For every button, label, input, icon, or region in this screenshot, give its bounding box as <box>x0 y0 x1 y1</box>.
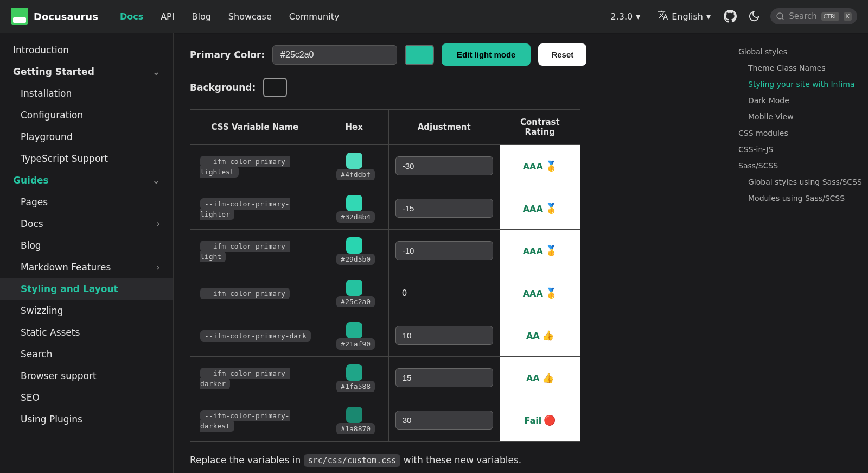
version-label: 2.3.0 <box>610 11 633 22</box>
table-row: --ifm-color-primary-darkest#1a8870Fail🔴 <box>190 399 580 442</box>
hex-value: #29d5b0 <box>336 254 375 265</box>
nav-link-community[interactable]: Community <box>280 7 348 26</box>
css-var-name: --ifm-color-primary-light <box>200 241 290 262</box>
table-row: --ifm-color-primary-lightest#4fddbfAAA🥇 <box>190 145 580 187</box>
github-link[interactable] <box>720 7 740 26</box>
color-swatch <box>346 364 362 381</box>
edit-light-mode-button[interactable]: Edit light mode <box>442 43 531 66</box>
sidebar-item-styling-and-layout[interactable]: Styling and Layout <box>0 278 173 300</box>
contrast-rating: AA <box>526 373 540 383</box>
sidebar-item-configuration[interactable]: Configuration <box>0 104 173 126</box>
toc-item[interactable]: Mobile View <box>738 109 868 125</box>
toc-item[interactable]: Dark Mode <box>738 92 868 109</box>
rating-emoji: 🥇 <box>545 287 557 299</box>
rating-emoji: 👍 <box>542 372 554 383</box>
sidebar-item-browser-support[interactable]: Browser support <box>0 365 173 387</box>
contrast-rating: AAA <box>523 246 543 256</box>
contrast-rating: AAA <box>523 204 543 214</box>
table-row: --ifm-color-primary-lighter#32d8b4AAA🥇 <box>190 187 580 230</box>
contrast-rating: AAA <box>523 288 543 299</box>
color-swatch <box>346 322 362 338</box>
table-row: --ifm-color-primary#25c2a00AAA🥇 <box>190 272 580 314</box>
toc-item[interactable]: CSS-in-JS <box>738 141 868 157</box>
sidebar-item-markdown-features[interactable]: Markdown Features› <box>0 256 173 278</box>
chevron-right-icon: › <box>156 218 160 229</box>
svg-point-0 <box>777 13 783 19</box>
contrast-rating: Fail <box>524 415 541 426</box>
toc-item[interactable]: Global styles using Sass/SCSS <box>738 174 868 190</box>
nav-link-docs[interactable]: Docs <box>111 7 152 26</box>
hex-value: #1fa588 <box>336 381 375 392</box>
search-button[interactable]: Search CTRL K <box>770 8 857 24</box>
adjustment-input[interactable] <box>395 326 493 345</box>
chevron-down-icon: ▾ <box>636 11 640 22</box>
table-header: Adjustment <box>388 110 500 145</box>
version-dropdown[interactable]: 2.3.0 ▾ <box>605 8 646 25</box>
css-var-name: --ifm-color-primary-dark <box>200 330 311 342</box>
sidebar-item-using-plugins[interactable]: Using Plugins <box>0 408 173 430</box>
toc-item[interactable]: Global styles <box>738 43 868 60</box>
sidebar-item-playground[interactable]: Playground <box>0 126 173 148</box>
primary-color-swatch[interactable] <box>405 45 434 65</box>
sidebar-item-search[interactable]: Search <box>0 343 173 365</box>
sidebar-item-blog[interactable]: Blog <box>0 235 173 256</box>
primary-color-label: Primary Color: <box>190 49 265 60</box>
nav-link-showcase[interactable]: Showcase <box>220 7 280 26</box>
sidebar-item-static-assets[interactable]: Static Assets <box>0 321 173 343</box>
table-row: --ifm-color-primary-darker#1fa588AA👍 <box>190 357 580 399</box>
color-shades-table: CSS Variable NameHexAdjustmentContrast R… <box>190 109 580 442</box>
adjustment-input[interactable] <box>395 156 493 175</box>
adjustment-input[interactable] <box>395 199 493 218</box>
sidebar-item-docs[interactable]: Docs› <box>0 213 173 235</box>
navbar: Docusaurus DocsAPIBlogShowcaseCommunity … <box>0 0 868 33</box>
sidebar-item-pages[interactable]: Pages <box>0 191 173 213</box>
hex-value: #1a8870 <box>336 423 375 434</box>
main-content[interactable]: Primary Color: Edit light mode Reset Bac… <box>174 33 727 473</box>
css-var-name: --ifm-color-primary-darker <box>200 368 290 389</box>
table-of-contents: Global stylesTheme Class NamesStyling yo… <box>727 33 868 473</box>
rating-emoji: 👍 <box>542 330 554 341</box>
toc-item[interactable]: Modules using Sass/SCSS <box>738 190 868 206</box>
contrast-rating: AAA <box>523 161 543 172</box>
adjustment-input[interactable] <box>395 241 493 260</box>
primary-color-input[interactable] <box>272 45 397 65</box>
hex-value: #21af90 <box>336 338 375 350</box>
nav-link-api[interactable]: API <box>152 7 183 26</box>
brand-link[interactable]: Docusaurus <box>11 8 98 25</box>
sidebar-item-swizzling[interactable]: Swizzling <box>0 300 173 321</box>
toc-item[interactable]: Theme Class Names <box>738 60 868 76</box>
sidebar-item-seo[interactable]: SEO <box>0 387 173 408</box>
rating-emoji: 🥇 <box>545 245 557 256</box>
adjustment-input[interactable] <box>395 368 493 387</box>
adjustment-input[interactable] <box>395 411 493 430</box>
sidebar-item-typescript-support[interactable]: TypeScript Support <box>0 148 173 169</box>
chevron-down-icon: ⌄ <box>152 66 160 77</box>
sidebar-item-getting-started[interactable]: Getting Started⌄ <box>0 61 173 83</box>
language-dropdown[interactable]: English ▾ <box>652 7 716 26</box>
background-label: Background: <box>190 82 256 93</box>
rating-emoji: 🥇 <box>545 160 557 172</box>
nav-link-blog[interactable]: Blog <box>183 7 219 26</box>
brand-name: Docusaurus <box>34 11 98 22</box>
sidebar-item-guides[interactable]: Guides⌄ <box>0 169 173 191</box>
toc-item[interactable]: Sass/SCSS <box>738 157 868 174</box>
svg-line-1 <box>782 18 783 20</box>
color-swatch <box>346 237 362 254</box>
table-header: CSS Variable Name <box>190 110 320 145</box>
background-swatch[interactable] <box>263 78 287 97</box>
toc-item[interactable]: Styling your site with Infima <box>738 76 868 92</box>
theme-toggle[interactable] <box>744 7 764 26</box>
reset-button[interactable]: Reset <box>538 43 586 66</box>
search-icon <box>776 11 784 21</box>
css-var-name: --ifm-color-primary-lighter <box>200 198 290 220</box>
sidebar-item-installation[interactable]: Installation <box>0 83 173 104</box>
toc-item[interactable]: CSS modules <box>738 125 868 141</box>
table-header: Contrast Rating <box>500 110 580 145</box>
rating-emoji: 🥇 <box>545 203 557 214</box>
rating-emoji: 🔴 <box>544 414 556 426</box>
sidebar-item-introduction[interactable]: Introduction <box>0 39 173 61</box>
search-placeholder: Search <box>789 11 817 21</box>
sidebar[interactable]: IntroductionGetting Started⌄Installation… <box>0 33 174 473</box>
kbd-ctrl: CTRL <box>821 12 840 21</box>
language-label: English <box>672 11 703 22</box>
